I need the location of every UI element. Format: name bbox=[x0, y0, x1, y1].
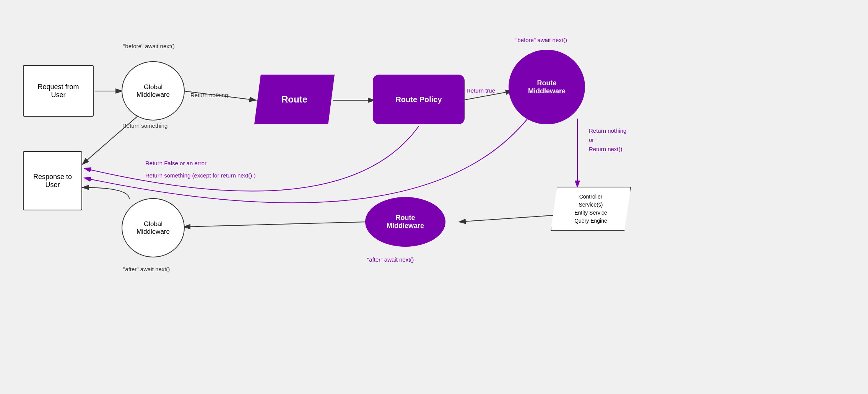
route-policy-node: Route Policy bbox=[373, 75, 465, 124]
route-label: Route bbox=[281, 94, 307, 105]
route-middleware-top-label: Route Middleware bbox=[528, 79, 566, 95]
route-policy-label: Route Policy bbox=[395, 95, 442, 104]
route-middleware-bottom-label: Route Middleware bbox=[387, 214, 424, 230]
global-middleware-bottom-label: Global Middleware bbox=[137, 220, 170, 236]
label-return-something-left: Return something bbox=[122, 122, 167, 129]
label-return-nothing-top: Return nothing bbox=[190, 92, 228, 98]
route-node: Route bbox=[254, 75, 335, 124]
route-middleware-bottom-node: Route Middleware bbox=[365, 197, 445, 247]
controller-services-node: Controller Service(s) Entity Service Que… bbox=[551, 187, 631, 231]
global-middleware-top-node: Global Middleware bbox=[122, 61, 185, 120]
svg-line-8 bbox=[459, 215, 558, 222]
global-middleware-bottom-node: Global Middleware bbox=[122, 198, 185, 257]
request-from-user-label: Request from User bbox=[37, 83, 79, 99]
route-middleware-top-node: Route Middleware bbox=[509, 50, 585, 124]
label-before-top-left: "before" await next() bbox=[123, 43, 175, 49]
response-to-user-label: Response to User bbox=[33, 173, 72, 189]
global-middleware-top-label: Global Middleware bbox=[137, 83, 170, 99]
label-before-top-right: "before" await next() bbox=[515, 37, 567, 43]
label-return-true: Return true bbox=[467, 87, 495, 94]
arrows-svg bbox=[0, 0, 868, 394]
label-return-nothing-or: Return nothing or Return next() bbox=[589, 126, 626, 154]
svg-line-9 bbox=[184, 222, 367, 227]
label-return-false: Return False or an error bbox=[145, 160, 206, 166]
label-return-something-except: Return something (except for return next… bbox=[145, 172, 255, 179]
diagram: Request from User Global Middleware Rout… bbox=[0, 0, 868, 394]
label-after-bottom-right: "after" await next() bbox=[367, 256, 414, 263]
label-after-bottom-left: "after" await next() bbox=[123, 266, 170, 272]
request-from-user-node: Request from User bbox=[23, 65, 94, 117]
response-to-user-node: Response to User bbox=[23, 151, 82, 210]
controller-services-label: Controller Service(s) Entity Service Que… bbox=[574, 193, 607, 225]
